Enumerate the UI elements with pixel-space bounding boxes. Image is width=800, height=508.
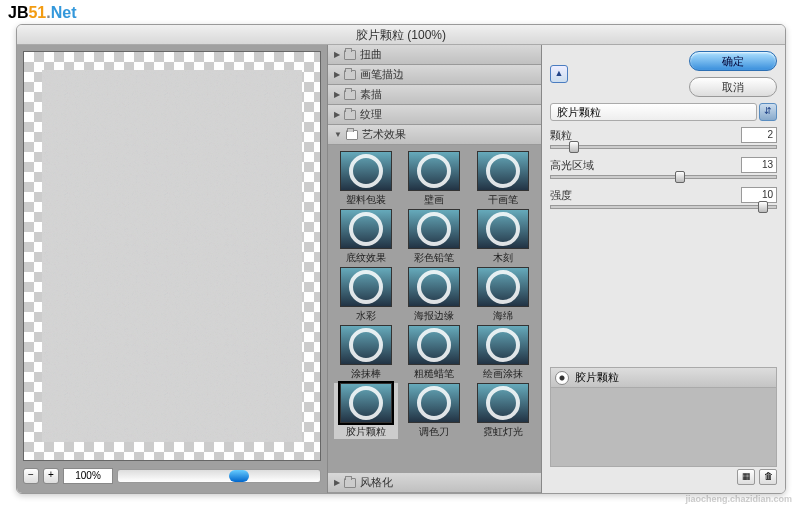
filter-dropdown[interactable]: 胶片颗粒 ⇵ [550, 103, 777, 121]
filter-thumbnail[interactable]: 木刻 [471, 209, 535, 265]
thumbnail-label: 水彩 [334, 309, 398, 323]
folder-icon [344, 70, 356, 80]
effect-layers-body[interactable] [551, 388, 776, 466]
thumbnail-label: 胶片颗粒 [334, 425, 398, 439]
visibility-icon[interactable] [555, 371, 569, 385]
thumbnails-grid: 塑料包装壁画干画笔底纹效果彩色铅笔木刻水彩海报边缘海绵涂抹棒粗糙蜡笔绘画涂抹胶片… [328, 145, 541, 473]
triangle-right-icon: ▶ [334, 110, 340, 119]
thumbnail-image [477, 325, 529, 365]
thumbnail-label: 绘画涂抹 [471, 367, 535, 381]
triangle-down-icon: ▼ [334, 130, 342, 139]
new-effect-layer-button[interactable]: ▦ [737, 469, 755, 485]
collapse-button[interactable]: ▲ [550, 65, 568, 83]
thumbnail-image [408, 209, 460, 249]
watermark-top: JB51.Net [8, 4, 76, 22]
thumbnail-image [340, 267, 392, 307]
thumbnail-label: 干画笔 [471, 193, 535, 207]
filter-thumbnail[interactable]: 涂抹棒 [334, 325, 398, 381]
thumbnail-image [340, 151, 392, 191]
slider-thumb[interactable] [758, 201, 768, 213]
category-label: 画笔描边 [360, 67, 404, 82]
slider-track[interactable] [550, 145, 777, 149]
effect-layer-name[interactable]: 胶片颗粒 [575, 370, 619, 385]
zoom-out-button[interactable]: − [23, 468, 39, 484]
filter-thumbnail[interactable]: 粗糙蜡笔 [402, 325, 466, 381]
slider-thumb[interactable] [569, 141, 579, 153]
filter-thumbnail[interactable]: 调色刀 [402, 383, 466, 439]
slider-group: 强度 10 [550, 187, 777, 209]
filter-thumbnail[interactable]: 水彩 [334, 267, 398, 323]
thumbnail-label: 调色刀 [402, 425, 466, 439]
ok-button[interactable]: 确定 [689, 51, 777, 71]
filter-thumbnail[interactable]: 壁画 [402, 151, 466, 207]
filter-categories-panel: ▶扭曲▶画笔描边▶素描▶纹理▼艺术效果 塑料包装壁画干画笔底纹效果彩色铅笔木刻水… [327, 45, 542, 493]
thumbnail-image [477, 267, 529, 307]
dropdown-arrow-icon[interactable]: ⇵ [759, 103, 777, 121]
thumbnail-image [340, 383, 392, 423]
delete-effect-layer-button[interactable]: 🗑 [759, 469, 777, 485]
slider-value-input[interactable]: 13 [741, 157, 777, 173]
thumbnail-label: 粗糙蜡笔 [402, 367, 466, 381]
triangle-right-icon: ▶ [334, 50, 340, 59]
category-label: 风格化 [360, 475, 393, 490]
preview-canvas[interactable] [23, 51, 321, 461]
thumbnail-image [340, 325, 392, 365]
filter-thumbnail[interactable]: 霓虹灯光 [471, 383, 535, 439]
slider-thumb[interactable] [675, 171, 685, 183]
zoom-thumb[interactable] [229, 470, 249, 482]
zoom-slider[interactable] [117, 469, 321, 483]
thumbnail-image [408, 383, 460, 423]
thumbnail-image [408, 267, 460, 307]
thumbnail-image [340, 209, 392, 249]
zoom-value[interactable]: 100% [63, 468, 113, 484]
category-row[interactable]: ▶纹理 [328, 105, 541, 125]
thumbnail-label: 底纹效果 [334, 251, 398, 265]
thumbnail-image [477, 209, 529, 249]
slider-label: 颗粒 [550, 128, 572, 143]
slider-label: 强度 [550, 188, 572, 203]
window-title: 胶片颗粒 (100%) [17, 25, 785, 45]
category-row[interactable]: ▶扭曲 [328, 45, 541, 65]
filter-thumbnail[interactable]: 彩色铅笔 [402, 209, 466, 265]
filter-thumbnail[interactable]: 干画笔 [471, 151, 535, 207]
category-row[interactable]: ▶素描 [328, 85, 541, 105]
settings-panel: ▲ 确定 取消 胶片颗粒 ⇵ 颗粒 2 高光区域 13 强 [542, 45, 785, 493]
slider-value-input[interactable]: 2 [741, 127, 777, 143]
zoom-in-button[interactable]: + [43, 468, 59, 484]
effect-layers-panel: 胶片颗粒 [550, 367, 777, 467]
thumbnail-label: 木刻 [471, 251, 535, 265]
thumbnail-label: 壁画 [402, 193, 466, 207]
thumbnail-label: 霓虹灯光 [471, 425, 535, 439]
category-row[interactable]: ▼艺术效果 [328, 125, 541, 145]
cancel-button[interactable]: 取消 [689, 77, 777, 97]
triangle-right-icon: ▶ [334, 70, 340, 79]
thumbnail-label: 彩色铅笔 [402, 251, 466, 265]
slider-group: 颗粒 2 [550, 127, 777, 149]
filter-thumbnail[interactable]: 海报边缘 [402, 267, 466, 323]
filter-thumbnail[interactable]: 绘画涂抹 [471, 325, 535, 381]
category-row[interactable]: ▶风格化 [328, 473, 541, 493]
filter-thumbnail[interactable]: 海绵 [471, 267, 535, 323]
filter-thumbnail[interactable]: 底纹效果 [334, 209, 398, 265]
triangle-right-icon: ▶ [334, 90, 340, 99]
folder-icon [344, 90, 356, 100]
slider-label: 高光区域 [550, 158, 594, 173]
category-label: 扭曲 [360, 47, 382, 62]
triangle-right-icon: ▶ [334, 478, 340, 487]
filter-thumbnail[interactable]: 塑料包装 [334, 151, 398, 207]
category-label: 纹理 [360, 107, 382, 122]
folder-icon [344, 478, 356, 488]
filter-thumbnail[interactable]: 胶片颗粒 [334, 383, 398, 439]
slider-group: 高光区域 13 [550, 157, 777, 179]
zoom-bar: − + 100% [23, 465, 321, 487]
thumbnail-image [408, 325, 460, 365]
preview-panel: − + 100% [17, 45, 327, 493]
slider-track[interactable] [550, 175, 777, 179]
folder-icon [344, 110, 356, 120]
thumbnail-image [477, 383, 529, 423]
folder-icon [346, 130, 358, 140]
category-row[interactable]: ▶画笔描边 [328, 65, 541, 85]
filter-dropdown-value: 胶片颗粒 [550, 103, 757, 121]
folder-icon [344, 50, 356, 60]
slider-track[interactable] [550, 205, 777, 209]
